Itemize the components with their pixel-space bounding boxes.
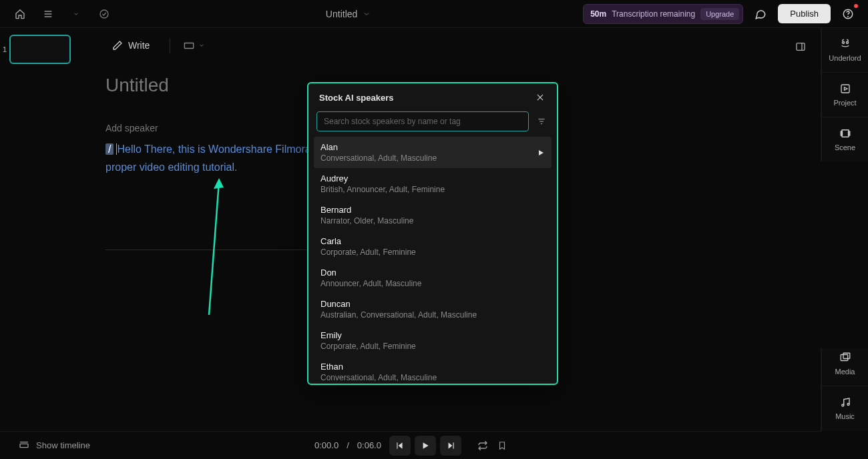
current-time: 0:00.0 <box>314 440 339 450</box>
transcription-pill: 50m Transcription remaining Upgrade <box>583 4 743 24</box>
speaker-item[interactable]: AlanConversational, Adult, Masculine <box>314 137 552 168</box>
svg-marker-10 <box>214 178 224 189</box>
rail-music[interactable]: Music <box>822 386 868 431</box>
search-input[interactable] <box>316 111 529 131</box>
comment-button[interactable] <box>751 5 770 23</box>
svg-point-28 <box>841 404 843 406</box>
svg-line-9 <box>209 181 219 315</box>
speaker-name: Carla <box>320 236 416 246</box>
svg-point-12 <box>846 41 848 43</box>
menu-button[interactable] <box>39 5 57 23</box>
chevron-down-icon <box>198 42 205 49</box>
speaker-name: Duncan <box>320 299 477 309</box>
play-preview-button[interactable] <box>537 149 545 157</box>
speaker-item[interactable]: BernardNarrator, Older, Masculine <box>314 199 552 231</box>
svg-rect-7 <box>797 43 805 51</box>
next-button[interactable] <box>440 436 461 456</box>
speaker-tags: Corporate, Adult, Feminine <box>320 342 416 351</box>
svg-rect-26 <box>841 354 848 360</box>
transcription-label: Transcription remaining <box>612 9 695 19</box>
stock-speakers-modal: Stock AI speakers AlanConversational, Ad… <box>307 82 558 385</box>
scene-thumbnail-1[interactable]: 1 <box>9 35 71 64</box>
svg-marker-42 <box>539 150 544 155</box>
close-icon <box>535 93 545 102</box>
panel-toggle-button[interactable] <box>791 37 810 56</box>
svg-rect-6 <box>185 43 194 48</box>
speaker-name: Ethan <box>320 362 437 372</box>
show-timeline-button[interactable]: Show timeline <box>19 440 90 451</box>
project-icon <box>839 83 851 95</box>
transcription-minutes: 50m <box>590 9 606 19</box>
svg-point-11 <box>842 41 844 43</box>
notification-dot <box>854 4 858 8</box>
transcript-line-2: proper video editing tutorial. <box>105 161 237 173</box>
thumbnail-rail: 1 <box>0 28 79 431</box>
filter-button[interactable] <box>534 114 549 129</box>
speaker-tags: British, Announcer, Adult, Feminine <box>320 185 445 194</box>
speaker-item[interactable]: EmilyCorporate, Adult, Feminine <box>314 325 552 356</box>
svg-rect-27 <box>843 353 850 358</box>
svg-marker-32 <box>399 442 403 448</box>
menu-chevron[interactable] <box>67 5 85 23</box>
upgrade-button[interactable]: Upgrade <box>700 8 739 20</box>
rail-project[interactable]: Project <box>822 73 868 117</box>
timeline-icon <box>19 440 29 451</box>
scene-icon <box>839 127 851 139</box>
speaker-tags: Announcer, Adult, Masculine <box>320 279 421 288</box>
play-icon <box>537 149 545 157</box>
speaker-item[interactable]: EthanConversational, Adult, Masculine <box>314 356 552 384</box>
write-label: Write <box>128 40 150 51</box>
prev-button[interactable] <box>389 436 411 456</box>
transcript-line-1: Hello There, this is Wondershare Filmora <box>117 143 310 155</box>
speaker-item[interactable]: DuncanAustralian, Conversational, Adult,… <box>314 294 552 325</box>
svg-point-3 <box>100 10 108 18</box>
loop-button[interactable] <box>477 440 488 451</box>
speaker-list[interactable]: AlanConversational, Adult, MasculineAudr… <box>308 137 557 384</box>
aspect-button[interactable] <box>170 38 210 53</box>
bottom-bar: Show timeline 0:00.0 / 0:06.0 <box>0 431 821 459</box>
check-circle-icon[interactable] <box>95 5 114 23</box>
publish-button[interactable]: Publish <box>778 4 831 23</box>
speaker-item[interactable]: CarlaCorporate, Adult, Feminine <box>314 231 552 262</box>
speaker-item[interactable]: DonAnnouncer, Adult, Masculine <box>314 262 552 294</box>
svg-rect-33 <box>397 442 397 448</box>
svg-point-5 <box>848 16 849 17</box>
help-button[interactable] <box>839 5 857 23</box>
doc-title[interactable]: Untitled <box>326 9 357 19</box>
svg-rect-36 <box>453 442 453 448</box>
pen-icon <box>112 40 123 51</box>
speaker-item[interactable]: AudreyBritish, Announcer, Adult, Feminin… <box>314 168 552 199</box>
aspect-icon <box>184 42 194 49</box>
chevron-down-icon[interactable] <box>363 10 371 18</box>
rail-scene[interactable]: Scene <box>822 117 868 162</box>
bookmark-button[interactable] <box>497 440 507 451</box>
close-button[interactable] <box>534 91 546 103</box>
svg-marker-34 <box>423 442 428 448</box>
modal-title: Stock AI speakers <box>319 93 394 103</box>
speaker-name: Alan <box>320 142 437 152</box>
speaker-name: Audrey <box>320 173 445 183</box>
slash-command-marker: / <box>105 143 114 155</box>
rail-underlord[interactable]: Underlord <box>822 28 868 73</box>
total-time: 0:06.0 <box>357 440 381 450</box>
thumb-index: 1 <box>3 45 7 53</box>
home-button[interactable] <box>11 5 29 23</box>
svg-marker-14 <box>844 87 847 91</box>
speaker-tags: Conversational, Adult, Masculine <box>320 373 437 382</box>
annotation-arrow <box>119 178 226 325</box>
time-sep: / <box>347 440 349 450</box>
video-preview[interactable] <box>539 161 868 348</box>
svg-marker-35 <box>448 442 452 448</box>
svg-rect-30 <box>20 444 28 447</box>
music-icon <box>839 396 851 408</box>
speaker-tags: Conversational, Adult, Masculine <box>320 153 437 163</box>
filter-icon <box>537 117 546 126</box>
speaker-name: Don <box>320 268 421 278</box>
write-button[interactable]: Write <box>105 36 156 55</box>
top-bar: Untitled 50m Transcription remaining Upg… <box>0 0 868 28</box>
speaker-name: Emily <box>320 330 416 340</box>
svg-point-29 <box>847 404 849 406</box>
speaker-tags: Australian, Conversational, Adult, Mascu… <box>320 310 477 320</box>
play-button[interactable] <box>415 436 436 456</box>
speaker-tags: Corporate, Adult, Feminine <box>320 248 416 257</box>
